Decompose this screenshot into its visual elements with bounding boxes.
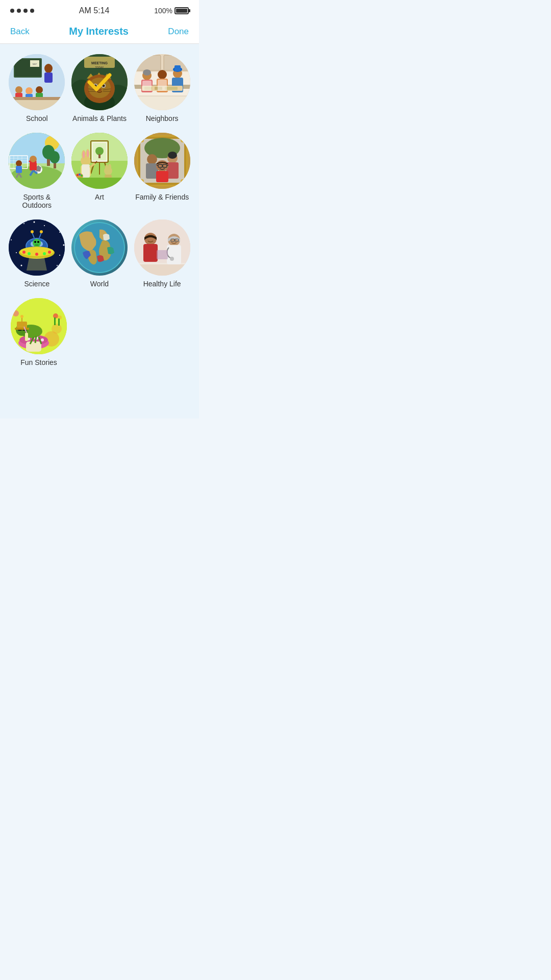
- svg-point-7: [15, 86, 22, 93]
- svg-point-103: [105, 164, 108, 170]
- interest-circle-neighbors: [134, 54, 190, 110]
- svg-point-160: [48, 251, 51, 254]
- svg-point-152: [37, 241, 39, 243]
- interest-circle-science: [9, 219, 65, 276]
- svg-point-205: [13, 310, 19, 316]
- interest-label-neighbors: Neighbors: [146, 114, 179, 122]
- svg-rect-175: [157, 250, 168, 259]
- back-button[interactable]: Back: [10, 27, 30, 37]
- status-time: AM 5:14: [79, 6, 110, 15]
- interests-container: MAP School: [0, 44, 199, 419]
- svg-point-174: [170, 257, 174, 261]
- svg-point-96: [83, 151, 85, 158]
- selected-checkmark: [84, 67, 115, 97]
- interest-circle-funstories: [11, 298, 67, 354]
- svg-point-139: [59, 232, 60, 233]
- svg-point-130: [181, 138, 185, 142]
- nav-bar: Back My Interests Done: [0, 19, 199, 44]
- page-title: My Interests: [69, 26, 129, 37]
- svg-rect-78: [16, 166, 22, 173]
- svg-point-109: [81, 175, 83, 177]
- svg-text:MAP: MAP: [33, 63, 37, 65]
- svg-point-5: [44, 64, 53, 73]
- svg-rect-194: [17, 322, 27, 329]
- svg-point-158: [35, 253, 38, 256]
- svg-point-129: [140, 138, 144, 142]
- svg-point-135: [23, 223, 24, 224]
- svg-rect-89: [98, 154, 101, 158]
- svg-rect-53: [158, 80, 167, 91]
- interest-circle-animals: MEETING TODAY: [71, 54, 128, 110]
- svg-point-156: [22, 251, 26, 254]
- svg-point-77: [16, 160, 22, 166]
- interest-item-funstories[interactable]: Fun Stories: [11, 298, 67, 366]
- svg-point-159: [43, 252, 46, 255]
- svg-text:MEETING: MEETING: [91, 61, 108, 65]
- interest-circle-sports: [9, 133, 65, 189]
- svg-point-197: [20, 315, 23, 318]
- svg-rect-47: [174, 65, 181, 71]
- signal-dots: [10, 9, 34, 13]
- interest-item-art[interactable]: Art: [71, 133, 129, 209]
- svg-point-187: [41, 338, 44, 341]
- done-button[interactable]: Done: [168, 27, 189, 37]
- svg-point-157: [28, 252, 31, 255]
- svg-point-9: [26, 87, 33, 94]
- svg-point-107: [77, 174, 79, 176]
- svg-rect-207: [58, 318, 60, 326]
- interest-circle-school: MAP: [9, 54, 65, 110]
- interest-item-school[interactable]: MAP School: [8, 54, 66, 122]
- interest-label-art: Art: [95, 193, 104, 201]
- svg-point-145: [57, 265, 58, 266]
- signal-dot-4: [30, 9, 34, 13]
- svg-point-140: [11, 239, 12, 240]
- interest-item-world[interactable]: World: [71, 219, 129, 288]
- svg-point-170: [144, 233, 157, 245]
- svg-rect-206: [54, 317, 56, 325]
- svg-point-142: [16, 252, 17, 253]
- signal-dot-2: [17, 9, 21, 13]
- svg-point-163: [31, 230, 34, 233]
- svg-point-132: [181, 179, 185, 183]
- interest-circle-art: [71, 133, 128, 189]
- svg-rect-19: [84, 57, 115, 68]
- svg-point-104: [108, 164, 111, 170]
- battery-indicator: 100%: [154, 7, 189, 15]
- svg-point-88: [95, 147, 104, 155]
- svg-point-182: [52, 324, 62, 334]
- single-item-row: Fun Stories: [8, 298, 191, 366]
- svg-rect-188: [26, 341, 41, 352]
- interest-circle-family: [134, 133, 190, 189]
- svg-rect-171: [143, 244, 158, 262]
- interest-item-science[interactable]: Science: [8, 219, 66, 288]
- svg-point-136: [34, 222, 35, 223]
- svg-point-153: [35, 244, 39, 246]
- svg-rect-198: [25, 333, 28, 341]
- signal-dot-1: [10, 9, 14, 13]
- svg-rect-110: [71, 178, 128, 189]
- svg-rect-54: [134, 96, 190, 110]
- interest-item-healthy[interactable]: Healthy Life: [133, 219, 191, 288]
- svg-line-202: [35, 336, 36, 343]
- interest-item-family[interactable]: Family & Friends: [133, 133, 191, 209]
- interest-label-world: World: [90, 280, 109, 288]
- svg-point-11: [36, 86, 43, 93]
- svg-rect-6: [44, 72, 53, 83]
- interest-label-animals: Animals & Plants: [72, 114, 127, 122]
- svg-point-97: [87, 150, 89, 157]
- battery-icon: [174, 7, 189, 14]
- interest-item-sports[interactable]: Sports & Outdoors: [8, 133, 66, 209]
- svg-rect-128: [156, 171, 168, 182]
- svg-point-131: [140, 179, 144, 183]
- svg-point-138: [54, 223, 56, 224]
- interest-item-neighbors[interactable]: Neighbors: [133, 54, 191, 122]
- interest-label-science: Science: [24, 280, 49, 288]
- svg-rect-36: [135, 55, 161, 70]
- svg-point-42: [158, 70, 167, 79]
- interest-item-animals[interactable]: MEETING TODAY: [71, 54, 129, 122]
- svg-point-137: [44, 225, 45, 226]
- battery-percentage: 100%: [154, 7, 172, 15]
- svg-rect-176: [134, 264, 190, 276]
- svg-point-108: [79, 174, 81, 176]
- interest-label-sports: Sports & Outdoors: [8, 193, 66, 209]
